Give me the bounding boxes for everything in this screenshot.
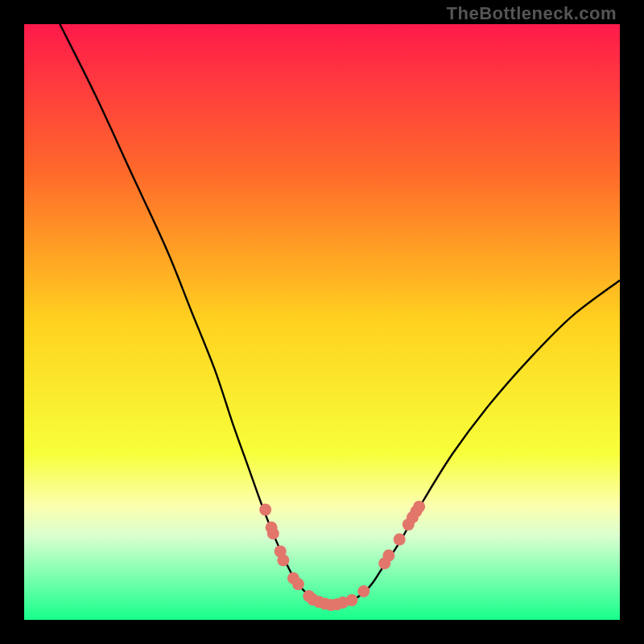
marker-point <box>292 578 304 590</box>
marker-point <box>259 504 271 516</box>
watermark-text: TheBottleneck.com <box>447 3 617 24</box>
marker-point <box>382 550 394 562</box>
marker-point <box>394 534 406 546</box>
plot-area <box>24 24 620 620</box>
marker-point <box>346 594 358 606</box>
gradient-background <box>24 24 620 620</box>
chart-svg <box>24 24 620 620</box>
marker-point <box>267 527 279 539</box>
marker-point <box>413 501 425 513</box>
chart-outer-frame: TheBottleneck.com <box>0 0 644 644</box>
marker-point <box>357 585 369 597</box>
marker-point <box>277 555 289 567</box>
